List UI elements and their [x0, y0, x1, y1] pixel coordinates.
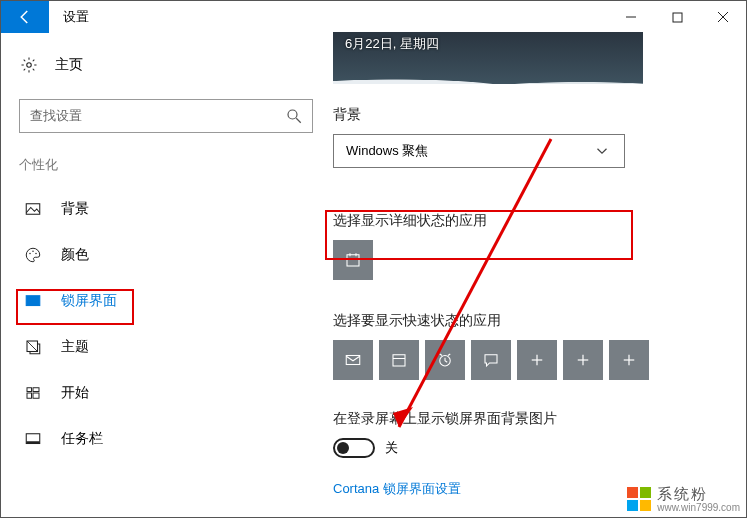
quick-tile-add[interactable]: [563, 340, 603, 380]
window-title: 设置: [49, 1, 89, 33]
nav-item-label: 锁屏界面: [61, 292, 117, 310]
svg-point-8: [35, 253, 37, 255]
svg-rect-10: [28, 302, 32, 304]
svg-point-2: [27, 63, 32, 68]
nav-taskbar[interactable]: 任务栏: [19, 416, 313, 462]
nav-start[interactable]: 开始: [19, 370, 313, 416]
nav-home-label: 主页: [55, 56, 83, 74]
maximize-button[interactable]: [654, 1, 700, 33]
svg-rect-18: [347, 255, 359, 266]
svg-line-4: [296, 118, 301, 123]
svg-rect-13: [33, 388, 39, 392]
lockscreen-icon: [23, 291, 43, 311]
svg-point-3: [288, 110, 297, 119]
theme-icon: [23, 337, 43, 357]
nav-theme[interactable]: 主题: [19, 324, 313, 370]
svg-rect-22: [346, 356, 360, 365]
titlebar: 设置: [1, 1, 746, 33]
login-bg-toggle[interactable]: [333, 438, 375, 458]
quick-status-label: 选择要显示快速状态的应用: [333, 312, 708, 330]
start-icon: [23, 383, 43, 403]
svg-rect-15: [33, 393, 39, 398]
nav-color[interactable]: 颜色: [19, 232, 313, 278]
svg-line-26: [440, 354, 442, 356]
nav-item-label: 主题: [61, 338, 89, 356]
sidebar: 主页 查找设置 个性化 背景 颜色 锁屏界: [1, 33, 333, 517]
gear-icon: [19, 55, 39, 75]
quick-tile-alarm[interactable]: [425, 340, 465, 380]
lockscreen-preview: 6月22日, 星期四: [333, 32, 643, 84]
search-placeholder: 查找设置: [30, 107, 284, 125]
quick-tile-messaging[interactable]: [471, 340, 511, 380]
detailed-app-tile[interactable]: [333, 240, 373, 280]
select-value: Windows 聚焦: [346, 142, 592, 160]
nav-home[interactable]: 主页: [19, 47, 313, 83]
svg-rect-23: [393, 355, 405, 366]
svg-rect-12: [27, 388, 32, 392]
plus-icon: [527, 350, 547, 370]
login-bg-label: 在登录屏幕上显示锁屏界面背景图片: [333, 410, 708, 428]
chevron-down-icon: [592, 141, 612, 161]
preview-date: 6月22日, 星期四: [345, 35, 439, 53]
calendar-icon: [389, 350, 409, 370]
quick-tile-add[interactable]: [609, 340, 649, 380]
close-button[interactable]: [700, 1, 746, 33]
back-button[interactable]: [1, 1, 49, 33]
quick-tile-mail[interactable]: [333, 340, 373, 380]
svg-rect-1: [673, 13, 682, 22]
detailed-status-label: 选择显示详细状态的应用: [333, 212, 708, 230]
search-input[interactable]: 查找设置: [19, 99, 313, 133]
section-label: 个性化: [19, 157, 313, 174]
svg-rect-5: [26, 204, 40, 215]
nav-item-label: 背景: [61, 200, 89, 218]
nav-lockscreen[interactable]: 锁屏界面: [19, 278, 313, 324]
nav-item-label: 任务栏: [61, 430, 103, 448]
nav-item-label: 开始: [61, 384, 89, 402]
plus-icon: [573, 350, 593, 370]
search-icon: [284, 106, 304, 126]
taskbar-icon: [23, 429, 43, 449]
toggle-state: 关: [385, 439, 398, 457]
settings-window: 设置 主页 查找设置 个性化 背景: [0, 0, 747, 518]
picture-icon: [23, 199, 43, 219]
svg-rect-14: [27, 393, 32, 398]
background-select[interactable]: Windows 聚焦: [333, 134, 625, 168]
alarm-icon: [435, 350, 455, 370]
toggle-knob: [337, 442, 349, 454]
svg-rect-17: [26, 441, 40, 443]
background-label: 背景: [333, 106, 708, 124]
nav-item-label: 颜色: [61, 246, 89, 264]
quick-tile-calendar[interactable]: [379, 340, 419, 380]
cortana-link[interactable]: Cortana 锁屏界面设置: [333, 480, 708, 498]
chat-icon: [481, 350, 501, 370]
svg-line-27: [448, 354, 450, 356]
palette-icon: [23, 245, 43, 265]
calendar-icon: [343, 250, 363, 270]
main-content: 6月22日, 星期四 背景 Windows 聚焦 选择显示详细状态的应用: [333, 33, 746, 517]
plus-icon: [619, 350, 639, 370]
minimize-button[interactable]: [608, 1, 654, 33]
quick-tile-add[interactable]: [517, 340, 557, 380]
svg-point-7: [32, 251, 34, 253]
mail-icon: [343, 350, 363, 370]
nav-background[interactable]: 背景: [19, 186, 313, 232]
svg-point-6: [29, 253, 31, 255]
